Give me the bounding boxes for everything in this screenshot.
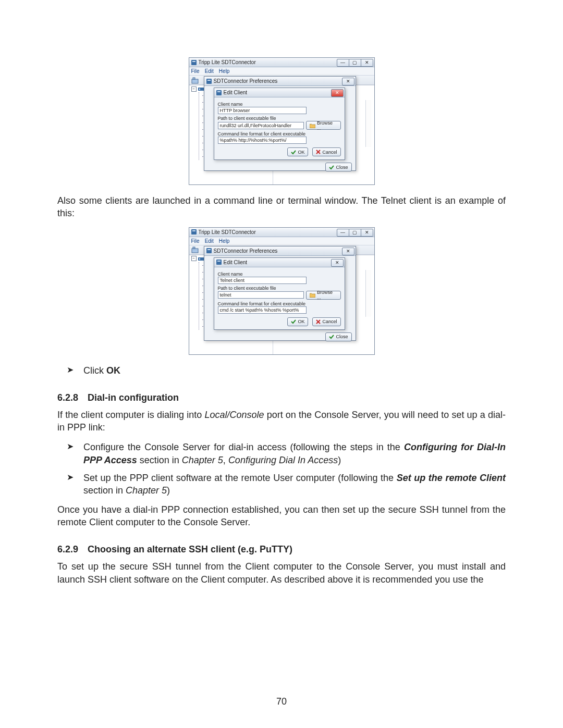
menu-bar: File Edit Help <box>189 237 374 245</box>
edit-client-dialog: Edit Client ✕ Client name HTTP browser P… <box>214 88 345 160</box>
heading-text: Choosing an alternate SSH client (e.g. P… <box>88 544 292 554</box>
app-title-bar: Tripp Lite SDTConnector — ▢ ✕ <box>189 228 374 237</box>
toolbar-icon[interactable] <box>191 246 199 253</box>
dialog-close-button[interactable]: ✕ <box>342 248 354 255</box>
close-button[interactable]: ✕ <box>361 59 373 67</box>
detail-panel-edge <box>365 100 371 147</box>
edit-client-title: Edit Client <box>224 90 331 95</box>
svg-rect-8 <box>216 90 222 95</box>
ok-button[interactable]: OK <box>287 317 308 326</box>
client-name-input[interactable]: Telnet client <box>218 277 307 284</box>
cancel-button[interactable]: Cancel <box>312 317 340 326</box>
executable-path-input[interactable]: telnet <box>218 291 304 299</box>
maximize-button[interactable]: ▢ <box>349 59 361 67</box>
cancel-button-label: Cancel <box>322 319 337 324</box>
window-controls: — ▢ ✕ <box>337 59 373 66</box>
svg-rect-17 <box>207 249 211 250</box>
edit-client-dialog: Edit Client ✕ Client name Telnet client … <box>214 257 345 330</box>
bullet-setup-ppp: Set up the PPP client software at the re… <box>83 472 506 497</box>
browse-button-label: Browse ... <box>317 290 337 300</box>
dialog-icon <box>206 78 212 84</box>
dialog-icon <box>206 248 212 254</box>
paragraph: Also some clients are launched in a comm… <box>57 194 506 220</box>
svg-rect-11 <box>192 230 195 231</box>
svg-rect-1 <box>192 61 195 62</box>
menu-file[interactable]: File <box>191 238 200 244</box>
dialog-close-button[interactable]: ✕ <box>331 259 344 267</box>
svg-rect-3 <box>193 78 195 79</box>
svg-rect-10 <box>191 229 197 235</box>
toolbar-icon[interactable] <box>191 77 199 84</box>
screenshot-http-client: Tripp Lite SDTConnector — ▢ ✕ File Edit … <box>189 57 375 185</box>
expand-icon[interactable]: − <box>191 256 197 261</box>
ok-button[interactable]: OK <box>287 147 308 156</box>
step-text: Click <box>83 365 106 376</box>
app-title: Tripp Lite SDTConnector <box>199 59 337 65</box>
heading-number: 6.2.8 <box>57 392 78 403</box>
app-icon <box>191 59 197 66</box>
svg-rect-9 <box>217 91 221 92</box>
page-number: 70 <box>0 696 563 707</box>
screenshot-telnet-client: Tripp Lite SDTConnector — ▢ ✕ File Edit … <box>189 227 375 355</box>
svg-rect-19 <box>217 261 221 262</box>
x-icon <box>316 150 321 154</box>
menu-edit[interactable]: Edit <box>205 68 214 74</box>
browse-button[interactable]: Browse ... <box>306 121 341 130</box>
cancel-button[interactable]: Cancel <box>312 147 340 156</box>
menu-help[interactable]: Help <box>219 68 230 74</box>
dialog-close-button[interactable]: ✕ <box>342 78 354 85</box>
dialog-icon <box>216 90 222 96</box>
svg-rect-13 <box>193 247 195 249</box>
preferences-title: SDTConnector Preferences <box>214 78 342 84</box>
menu-file[interactable]: File <box>191 68 200 74</box>
executable-path-input[interactable]: rundll32 url.dll,FileProtocolHandler <box>218 122 304 129</box>
check-icon <box>291 319 296 324</box>
heading-628: 6.2.8Dial-in configuration <box>57 392 506 403</box>
svg-rect-6 <box>206 79 212 84</box>
preferences-title: SDTConnector Preferences <box>214 248 342 254</box>
svg-rect-18 <box>216 260 222 265</box>
check-icon <box>329 334 334 339</box>
menu-help[interactable]: Help <box>219 238 230 244</box>
close-button-prefs[interactable]: Close <box>325 332 351 341</box>
close-button[interactable]: ✕ <box>361 229 373 237</box>
bullet-configure: Configure the Console Server for dial-in… <box>83 441 506 466</box>
paragraph: Once you have a dial-in PPP connection e… <box>57 503 506 529</box>
x-icon <box>316 319 321 324</box>
app-title-bar: Tripp Lite SDTConnector — ▢ ✕ <box>189 58 374 67</box>
close-button-prefs[interactable]: Close <box>325 163 351 171</box>
browse-button[interactable]: Browse ... <box>306 291 341 300</box>
close-button-label: Close <box>336 165 348 170</box>
cmdline-label: Command line format for client executabl… <box>218 131 341 137</box>
folder-icon <box>310 292 315 298</box>
cmdline-input[interactable]: cmd /c start %path% %host% %port% <box>218 306 307 314</box>
svg-rect-15 <box>199 258 200 260</box>
app-title: Tripp Lite SDTConnector <box>199 229 337 235</box>
client-name-label: Client name <box>218 102 341 107</box>
client-name-input[interactable]: HTTP browser <box>218 107 307 114</box>
ok-button-label: OK <box>298 150 304 155</box>
svg-rect-4 <box>198 88 204 91</box>
cmdline-input[interactable]: %path% http://%host%:%port%/ <box>218 137 307 144</box>
minimize-button[interactable]: — <box>337 59 349 67</box>
step-click-ok: Click OK <box>83 364 506 377</box>
menu-edit[interactable]: Edit <box>205 238 214 244</box>
heading-629: 6.2.9Choosing an alternate SSH client (e… <box>57 544 506 555</box>
maximize-button[interactable]: ▢ <box>349 229 361 237</box>
svg-rect-14 <box>198 257 204 261</box>
cancel-button-label: Cancel <box>322 150 337 155</box>
browse-button-label: Browse ... <box>317 120 337 131</box>
ok-bold: OK <box>106 365 120 376</box>
paragraph: If the client computer is dialing into L… <box>57 409 506 434</box>
gateway-icon <box>198 86 204 92</box>
heading-text: Dial-in configuration <box>88 392 179 403</box>
svg-rect-7 <box>207 80 211 81</box>
close-button-label: Close <box>336 334 348 339</box>
minimize-button[interactable]: — <box>337 229 349 237</box>
expand-icon[interactable]: − <box>191 87 197 92</box>
preferences-button-row: Close <box>204 160 356 175</box>
detail-panel-edge <box>365 270 371 317</box>
svg-rect-16 <box>206 248 212 253</box>
dialog-close-button[interactable]: ✕ <box>331 89 344 97</box>
folder-icon <box>310 123 315 128</box>
